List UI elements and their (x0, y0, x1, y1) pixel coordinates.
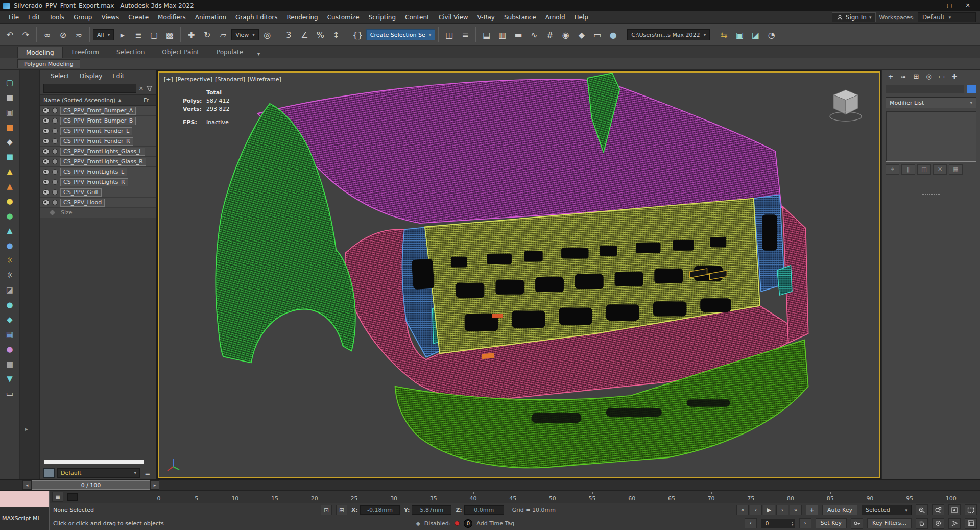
visibility-eye-icon[interactable] (42, 128, 50, 134)
ribbon-tab-object-paint[interactable]: Object Paint (154, 47, 207, 58)
z-coordinate-field[interactable]: 0,0mm (464, 505, 504, 515)
select-object-icon[interactable]: ▸ (115, 28, 130, 42)
motion-tab-icon[interactable]: ◎ (923, 71, 935, 82)
object-name[interactable]: CS_PPV_FrontLights_L (60, 168, 127, 176)
menu-graph-editors[interactable]: Graph Editors (231, 12, 282, 22)
use-pivot-center-icon[interactable]: ◎ (260, 28, 275, 42)
redo-icon[interactable]: ↷ (18, 28, 33, 42)
visibility-eye-icon[interactable] (42, 138, 50, 144)
previous-frame-button[interactable]: ‹ (750, 505, 762, 515)
create-selection-set-field[interactable]: Create Selection Se▾ (366, 29, 436, 40)
zoom-icon[interactable] (916, 504, 928, 515)
modifier-list-dropdown[interactable]: Modifier List ▾ (886, 97, 976, 108)
perspective-viewport[interactable]: [+] [Perspective] [Standard] [Wireframe]… (158, 71, 880, 478)
viewport-shading-menu[interactable]: [Wireframe] (248, 76, 281, 83)
mini-trackbar-icon[interactable]: ≣ (52, 492, 63, 502)
schematic-view-icon[interactable]: # (542, 28, 557, 42)
safe-scene-script-icon[interactable]: ◆ (416, 520, 420, 527)
ramp-tool-icon[interactable]: ▲ (3, 181, 16, 192)
minimize-button[interactable]: — (922, 0, 940, 11)
display-selected-icon[interactable]: ◪ (748, 28, 763, 42)
bind-to-space-warp-icon[interactable]: ≈ (71, 28, 86, 42)
ribbon-tab-selection[interactable]: Selection (108, 47, 153, 58)
menu-help[interactable]: Help (570, 12, 593, 22)
menu-animation[interactable]: Animation (190, 12, 231, 22)
teapot-tool-icon[interactable]: ● (3, 299, 16, 311)
object-name[interactable]: CS_PPV_Front_Fender_L (60, 127, 132, 135)
scene-object-row[interactable]: CS_PPV_Hood (40, 198, 156, 208)
scene-object-row[interactable]: CS_PPV_Front_Fender_R (40, 136, 156, 147)
view-cube[interactable] (826, 85, 866, 126)
frame-step-back-button[interactable]: ‹ (745, 518, 757, 528)
viewport-settings-icon[interactable]: ◔ (764, 28, 779, 42)
menu-substance[interactable]: Substance (499, 12, 541, 22)
filter-funnel-icon[interactable] (146, 85, 153, 92)
plane-primitive-icon[interactable]: ▣ (3, 107, 16, 118)
maximize-button[interactable]: ▢ (940, 0, 959, 11)
y-coordinate-field[interactable]: 5,87mm (412, 505, 451, 515)
material-editor-icon[interactable]: ◉ (558, 28, 573, 42)
ribbon-tab-populate[interactable]: Populate (208, 47, 251, 58)
frozen-column-header[interactable]: Fr (140, 97, 153, 104)
object-name[interactable]: CS_PPV_Front_Fender_R (60, 137, 133, 146)
cone-primitive-icon[interactable]: ▲ (3, 166, 16, 178)
project-folder-field[interactable]: C:\Users\m...s Max 2022▾ (627, 29, 710, 40)
explorer-menu-select[interactable]: Select (46, 71, 74, 81)
workspaces-dropdown[interactable]: Default ▾ (918, 12, 976, 22)
menu-v-ray[interactable]: V-Ray (473, 12, 499, 22)
time-slider-handle[interactable]: 0 / 100 (32, 480, 150, 490)
box-primitive-icon[interactable]: ■ (3, 92, 16, 104)
key-filters-button[interactable]: Key Filters... (867, 518, 912, 528)
modifier-stack[interactable] (886, 111, 976, 162)
scene-object-row[interactable]: CS_PPV_FrontLights_Glass_L (40, 147, 156, 157)
explorer-column-header[interactable]: Name (Sorted Ascending) ▲ Fr (40, 94, 156, 106)
scene-object-row[interactable]: Size (40, 208, 156, 218)
isolate-selection-icon[interactable]: ▣ (732, 28, 747, 42)
show-end-result-icon[interactable]: ‖ (901, 164, 915, 175)
active-layer-dropdown[interactable]: Default ▾ (57, 468, 140, 478)
visibility-eye-icon[interactable] (42, 149, 50, 154)
layout-tabs-expand-icon[interactable]: ▸ (25, 426, 28, 432)
zoom-all-icon[interactable] (932, 504, 944, 515)
explorer-search-input[interactable] (43, 84, 136, 93)
split-view-icon[interactable]: ◪ (3, 284, 16, 296)
go-to-end-button[interactable]: » (790, 505, 802, 515)
scene-object-row[interactable]: CS_PPV_Front_Bumper_B (40, 116, 156, 126)
visibility-eye-icon[interactable] (42, 200, 50, 205)
explorer-horizontal-scrollbar[interactable] (44, 460, 144, 464)
render-setup-icon[interactable]: ◆ (574, 28, 589, 42)
object-name[interactable]: CS_PPV_Front_Bumper_B (60, 117, 136, 125)
layer-stack-icon[interactable]: ≡ (142, 469, 153, 477)
make-unique-icon[interactable]: ◫ (917, 164, 931, 175)
truck-wireframe[interactable] (159, 73, 879, 477)
select-and-move-icon[interactable]: ✚ (184, 28, 199, 42)
scene-object-row[interactable]: CS_PPV_Grill (40, 187, 156, 198)
angle-snap-icon[interactable]: ∠ (297, 28, 312, 42)
menu-scripting[interactable]: Scripting (364, 12, 400, 22)
scene-object-row[interactable]: CS_PPV_FrontLights_Glass_R (40, 157, 156, 167)
toggle-ribbon-icon[interactable]: ▬ (511, 28, 525, 42)
percent-snap-icon[interactable]: % (313, 28, 328, 42)
go-to-start-button[interactable]: « (736, 505, 749, 515)
viewport-general-menu[interactable]: [+] (164, 76, 173, 83)
time-step-back-arrow[interactable]: ◂ (22, 480, 32, 490)
grid-helper-icon[interactable]: ▦ (3, 329, 16, 341)
object-color-swatch[interactable] (967, 85, 976, 93)
film-tool-icon[interactable]: ◆ (3, 136, 16, 148)
capsule-tool-icon[interactable]: ■ (3, 151, 16, 163)
set-key-button[interactable]: Set Key (816, 518, 847, 528)
align-icon[interactable]: ≡ (458, 28, 472, 42)
edit-named-selection-sets-icon[interactable]: {} (350, 28, 365, 42)
selection-filter-dropdown[interactable]: All▾ (93, 29, 114, 40)
menu-views[interactable]: Views (97, 12, 124, 22)
utilities-tab-icon[interactable]: ✚ (949, 71, 960, 82)
reference-coordinate-dropdown[interactable]: View▾ (231, 29, 259, 40)
menu-group[interactable]: Group (69, 12, 97, 22)
time-slider-track[interactable]: ◂ 0 / 100 ▸ (0, 479, 980, 490)
menu-edit[interactable]: Edit (23, 12, 44, 22)
menu-tools[interactable]: Tools (44, 12, 69, 22)
maxscript-mini-listener[interactable]: MAXScript Mi (0, 491, 50, 530)
visibility-eye-icon[interactable] (42, 169, 50, 175)
panel-tool-icon[interactable]: ■ (3, 358, 16, 370)
menu-content[interactable]: Content (400, 12, 434, 22)
